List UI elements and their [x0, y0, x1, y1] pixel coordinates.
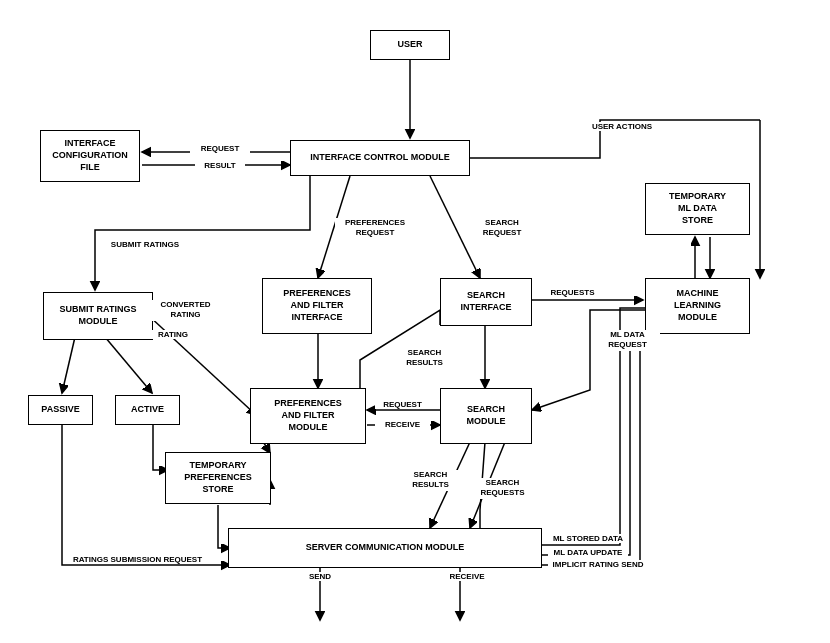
- search-request-label: SEARCHREQUEST: [462, 218, 542, 239]
- search-results-1-label: SEARCHRESULTS: [392, 348, 457, 369]
- implicit-rating-label: IMPLICIT RATING SEND: [548, 560, 648, 569]
- active-box: ACTIVE: [115, 395, 180, 425]
- ratings-submission-label: RATINGS SUBMISSION REQUEST: [65, 555, 210, 564]
- search-results-2-label: SEARCHRESULTS: [398, 470, 463, 491]
- receive2-label: RECEIVE: [442, 572, 492, 581]
- ml-data-request-label: ML DATAREQUEST: [595, 330, 660, 351]
- interface-control-box: INTERFACE CONTROL MODULE: [290, 140, 470, 176]
- pref-request-label: PREFERENCESREQUEST: [335, 218, 415, 239]
- passive-box: PASSIVE: [28, 395, 93, 425]
- ml-data-update-label: ML DATA UPDATE: [548, 548, 628, 557]
- submit-ratings-lbl: SUBMIT RATINGS: [100, 240, 190, 249]
- user-box: USER: [370, 30, 450, 60]
- request-label: REQUEST: [190, 144, 250, 153]
- submit-ratings-box: SUBMIT RATINGSMODULE: [43, 292, 153, 340]
- converted-rating-label: CONVERTEDRATING: [148, 300, 223, 321]
- server-comm-box: SERVER COMMUNICATION MODULE: [228, 528, 542, 568]
- send-label: SEND: [300, 572, 340, 581]
- user-actions-label: USER ACTIONS: [582, 122, 662, 131]
- machine-learning-box: MACHINELEARNINGMODULE: [645, 278, 750, 334]
- result-label: RESULT: [195, 161, 245, 170]
- search-requests-label: SEARCHREQUESTS: [470, 478, 535, 499]
- temp-ml-store-box: TEMPORARYML DATASTORE: [645, 183, 750, 235]
- request2-label: REQUEST: [375, 400, 430, 409]
- svg-line-8: [105, 337, 152, 393]
- pref-filter-interface-box: PREFERENCESAND FILTERINTERFACE: [262, 278, 372, 334]
- ml-stored-data-label: ML STORED DATA: [548, 534, 628, 543]
- rating-label: RATING: [148, 330, 198, 339]
- interface-config-box: INTERFACECONFIGURATIONFILE: [40, 130, 140, 182]
- pref-filter-module-box: PREFERENCESAND FILTERMODULE: [250, 388, 366, 444]
- diagram: USER INTERFACE CONTROL MODULE INTERFACEC…: [0, 0, 830, 643]
- requests-label: REQUESTS: [545, 288, 600, 297]
- temp-pref-store-box: TEMPORARYPREFERENCESSTORE: [165, 452, 271, 504]
- search-interface-box: SEARCHINTERFACE: [440, 278, 532, 326]
- svg-line-7: [62, 337, 75, 393]
- receive-label: RECEIVE: [375, 420, 430, 429]
- search-module-box: SEARCHMODULE: [440, 388, 532, 444]
